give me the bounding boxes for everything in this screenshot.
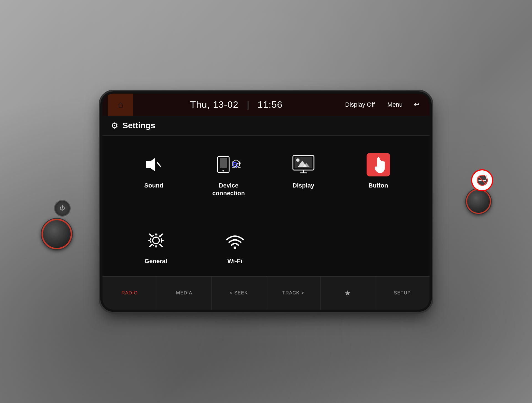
menu-button[interactable]: Menu bbox=[382, 99, 408, 111]
home-button[interactable]: ⌂ bbox=[108, 94, 133, 116]
svg-marker-0 bbox=[146, 158, 155, 171]
gear-icon bbox=[146, 231, 166, 250]
favorite-button[interactable]: ★ bbox=[321, 277, 375, 310]
top-bar: ⌂ Thu, 13-02 | 11:56 Display Off Menu ↩ bbox=[103, 94, 429, 116]
svg-point-4 bbox=[222, 170, 224, 171]
button-icon-wrap bbox=[366, 152, 391, 177]
device-connection-icon: ⬡ B ⎇ bbox=[216, 154, 241, 176]
svg-text:⎇: ⎇ bbox=[232, 160, 241, 169]
menu-item-display[interactable]: Display bbox=[269, 147, 338, 203]
top-right-buttons: Display Off Menu ↩ bbox=[340, 98, 424, 111]
track-next-button[interactable]: TRACK > bbox=[266, 277, 321, 310]
favorite-label: ★ bbox=[344, 289, 351, 297]
media-label: MEDIA bbox=[176, 290, 192, 296]
seek-prev-label: < SEEK bbox=[230, 290, 248, 296]
menu-grid-row2: General Wi-Fi bbox=[103, 222, 429, 276]
sound-label: Sound bbox=[144, 182, 163, 190]
wifi-label: Wi-Fi bbox=[227, 257, 242, 265]
wifi-icon bbox=[225, 231, 245, 249]
setup-label: SETUP bbox=[394, 290, 411, 296]
wifi-icon-wrap bbox=[222, 228, 247, 253]
settings-gear-icon: ⚙ bbox=[111, 121, 118, 130]
general-icon-wrap bbox=[144, 228, 168, 253]
bottom-buttons-bar: RADIO MEDIA < SEEK TRACK > ★ SETUP bbox=[103, 276, 429, 310]
sound-icon-wrap bbox=[141, 152, 166, 177]
time-display: 11:56 bbox=[257, 99, 282, 110]
touch-icon bbox=[369, 154, 387, 175]
menu-item-sound[interactable]: Sound bbox=[119, 147, 188, 203]
menu-item-wifi[interactable]: Wi-Fi bbox=[198, 222, 272, 271]
radio-button[interactable]: RADIO bbox=[103, 277, 157, 310]
svg-point-17 bbox=[234, 247, 236, 249]
power-button[interactable] bbox=[54, 200, 71, 217]
svg-point-14 bbox=[296, 158, 300, 162]
seek-prev-button[interactable]: < SEEK bbox=[212, 277, 266, 310]
track-next-label: TRACK > bbox=[282, 290, 304, 296]
media-button[interactable]: MEDIA bbox=[157, 277, 212, 310]
menu-item-device-connection[interactable]: ⬡ B ⎇ Device connection bbox=[194, 147, 263, 203]
svg-line-1 bbox=[157, 163, 161, 167]
display-label: Display bbox=[293, 182, 314, 190]
datetime-area: Thu, 13-02 | 11:56 bbox=[133, 99, 340, 110]
device-icon-wrap: ⬡ B ⎇ bbox=[216, 152, 241, 177]
touch-button-icon-bg bbox=[367, 153, 390, 176]
back-button[interactable]: ↩ bbox=[410, 98, 424, 111]
menu-grid-row1: Sound ⬡ B ⎇ bbox=[103, 136, 429, 222]
volume-knob[interactable] bbox=[42, 219, 72, 249]
display-off-button[interactable]: Display Off bbox=[340, 99, 380, 111]
infotainment-screen: ⌂ Thu, 13-02 | 11:56 Display Off Menu ↩ … bbox=[103, 94, 429, 310]
no-smoking-sign: 🚭 bbox=[471, 169, 493, 191]
datetime-divider: | bbox=[247, 99, 249, 110]
screen-display: ⌂ Thu, 13-02 | 11:56 Display Off Menu ↩ … bbox=[103, 94, 429, 276]
menu-item-general[interactable]: General bbox=[119, 222, 193, 271]
monitor-icon bbox=[292, 155, 314, 174]
general-label: General bbox=[145, 257, 167, 265]
svg-rect-3 bbox=[220, 158, 227, 168]
menu-item-button[interactable]: Button bbox=[344, 147, 413, 203]
right-knob[interactable] bbox=[466, 189, 491, 214]
button-label: Button bbox=[369, 182, 388, 190]
car-dashboard: 🚭 ⌂ Thu, 13-02 | 11:56 Display Off Menu … bbox=[0, 0, 532, 403]
display-icon-wrap bbox=[291, 152, 316, 177]
date-display: Thu, 13-02 bbox=[190, 99, 238, 110]
settings-bar: ⚙ Settings bbox=[103, 116, 429, 136]
radio-label: RADIO bbox=[122, 290, 138, 296]
home-icon: ⌂ bbox=[118, 99, 123, 110]
svg-point-15 bbox=[153, 237, 159, 244]
setup-button[interactable]: SETUP bbox=[375, 277, 429, 310]
speaker-icon bbox=[144, 156, 164, 174]
settings-title: Settings bbox=[122, 121, 155, 130]
device-connection-label: Device connection bbox=[212, 182, 245, 197]
